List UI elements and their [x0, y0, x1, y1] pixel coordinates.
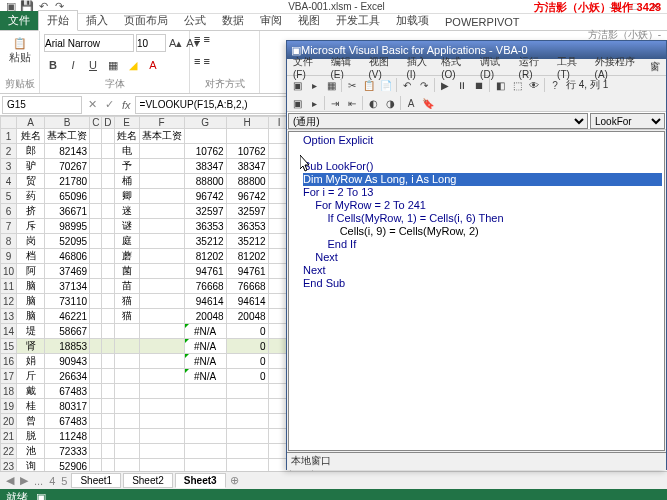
cell[interactable]: [90, 444, 102, 459]
row-header[interactable]: 12: [1, 294, 17, 309]
cell[interactable]: 96742: [226, 189, 268, 204]
vba-toolbar-button[interactable]: ▸: [306, 77, 322, 93]
cell[interactable]: 驴: [17, 159, 45, 174]
cell[interactable]: [184, 399, 226, 414]
cell[interactable]: 65096: [45, 189, 90, 204]
cell[interactable]: 46806: [45, 249, 90, 264]
vba-toolbar-button[interactable]: ↶: [399, 77, 415, 93]
cell[interactable]: [226, 429, 268, 444]
ribbon-tab-8[interactable]: 开发工具: [328, 11, 388, 30]
ribbon-tab-2[interactable]: 插入: [78, 11, 116, 30]
cell[interactable]: 姓名: [17, 129, 45, 144]
vba-toolbar-button[interactable]: 📋: [361, 77, 377, 93]
cell[interactable]: [114, 414, 139, 429]
vba-menu[interactable]: 外接程序(A): [591, 54, 645, 81]
vba-menu[interactable]: 窗: [646, 59, 664, 75]
cell[interactable]: [139, 459, 184, 472]
cell[interactable]: 81202: [226, 249, 268, 264]
cell[interactable]: [102, 459, 114, 472]
cell[interactable]: #N/A: [184, 324, 226, 339]
sheet-nav[interactable]: ▶: [18, 474, 30, 487]
cell[interactable]: 堤: [17, 324, 45, 339]
cell[interactable]: 斤: [17, 369, 45, 384]
cell[interactable]: [184, 129, 226, 144]
ribbon-tab-10[interactable]: POWERPIVOT: [437, 14, 528, 30]
row-header[interactable]: 6: [1, 204, 17, 219]
vba-toolbar-button[interactable]: ◧: [492, 77, 508, 93]
cell[interactable]: [226, 129, 268, 144]
vba-toolbar-button[interactable]: ▣: [289, 77, 305, 93]
vba-toolbar-button[interactable]: ▶: [437, 77, 453, 93]
cell[interactable]: 戴: [17, 384, 45, 399]
cell[interactable]: [184, 414, 226, 429]
cell[interactable]: 贸: [17, 174, 45, 189]
cell[interactable]: [139, 189, 184, 204]
cell[interactable]: 娟: [17, 354, 45, 369]
cell[interactable]: [114, 459, 139, 472]
cell[interactable]: 76668: [226, 279, 268, 294]
row-header[interactable]: 19: [1, 399, 17, 414]
ribbon-tab-0[interactable]: 文件: [0, 11, 38, 30]
ribbon-tab-3[interactable]: 页面布局: [116, 11, 176, 30]
cell[interactable]: 电: [114, 144, 139, 159]
cell[interactable]: [102, 249, 114, 264]
cell[interactable]: 10762: [184, 144, 226, 159]
cell[interactable]: [139, 234, 184, 249]
cell[interactable]: [102, 279, 114, 294]
vba-toolbar-button[interactable]: ◑: [382, 95, 398, 111]
align-center-icon[interactable]: ≡: [203, 55, 209, 67]
vba-toolbar-button[interactable]: ↷: [416, 77, 432, 93]
cell[interactable]: [139, 324, 184, 339]
row-header[interactable]: 16: [1, 354, 17, 369]
cell[interactable]: 苗: [114, 279, 139, 294]
cell[interactable]: [90, 174, 102, 189]
cell[interactable]: [139, 354, 184, 369]
cell[interactable]: [102, 354, 114, 369]
cell[interactable]: 桂: [17, 399, 45, 414]
cell[interactable]: [90, 399, 102, 414]
cell[interactable]: 73110: [45, 294, 90, 309]
cell[interactable]: 岗: [17, 234, 45, 249]
cell[interactable]: [226, 384, 268, 399]
ribbon-tab-6[interactable]: 审阅: [252, 11, 290, 30]
paste-button[interactable]: 📋 粘贴: [4, 33, 36, 69]
vba-toolbar-button[interactable]: ⏸: [454, 77, 470, 93]
font-color-button[interactable]: A: [144, 56, 162, 74]
cell[interactable]: 32597: [226, 204, 268, 219]
cell[interactable]: [90, 384, 102, 399]
col-header[interactable]: G: [184, 117, 226, 129]
cell[interactable]: [90, 309, 102, 324]
cell[interactable]: [102, 174, 114, 189]
cell[interactable]: 52906: [45, 459, 90, 472]
row-header[interactable]: 23: [1, 459, 17, 472]
sheet-tab[interactable]: Sheet3: [175, 473, 226, 488]
cell[interactable]: [139, 294, 184, 309]
align-top-icon[interactable]: ≡: [194, 33, 200, 45]
cell[interactable]: 94761: [184, 264, 226, 279]
cell[interactable]: 池: [17, 444, 45, 459]
vba-toolbar-button[interactable]: ▸: [306, 95, 322, 111]
cell[interactable]: [114, 444, 139, 459]
cell[interactable]: 基本工资: [45, 129, 90, 144]
cell[interactable]: 脑: [17, 294, 45, 309]
vba-toolbar-button[interactable]: ⇤: [344, 95, 360, 111]
cell[interactable]: 卿: [114, 189, 139, 204]
select-all[interactable]: [1, 117, 17, 129]
vba-toolbar-button[interactable]: ⇥: [327, 95, 343, 111]
cell[interactable]: [102, 144, 114, 159]
cell[interactable]: 35212: [226, 234, 268, 249]
cell[interactable]: 18853: [45, 339, 90, 354]
new-sheet-button[interactable]: ⊕: [228, 474, 241, 487]
cell[interactable]: [102, 204, 114, 219]
cell[interactable]: 76668: [184, 279, 226, 294]
cell[interactable]: 35212: [184, 234, 226, 249]
cell[interactable]: 0: [226, 324, 268, 339]
vba-toolbar-button[interactable]: ▦: [323, 77, 339, 93]
cell[interactable]: [139, 264, 184, 279]
cell[interactable]: 38347: [226, 159, 268, 174]
cell[interactable]: 脑: [17, 309, 45, 324]
row-header[interactable]: 10: [1, 264, 17, 279]
cell[interactable]: 基本工资: [139, 129, 184, 144]
vba-toolbar-button[interactable]: 📄: [378, 77, 394, 93]
cell[interactable]: 82143: [45, 144, 90, 159]
